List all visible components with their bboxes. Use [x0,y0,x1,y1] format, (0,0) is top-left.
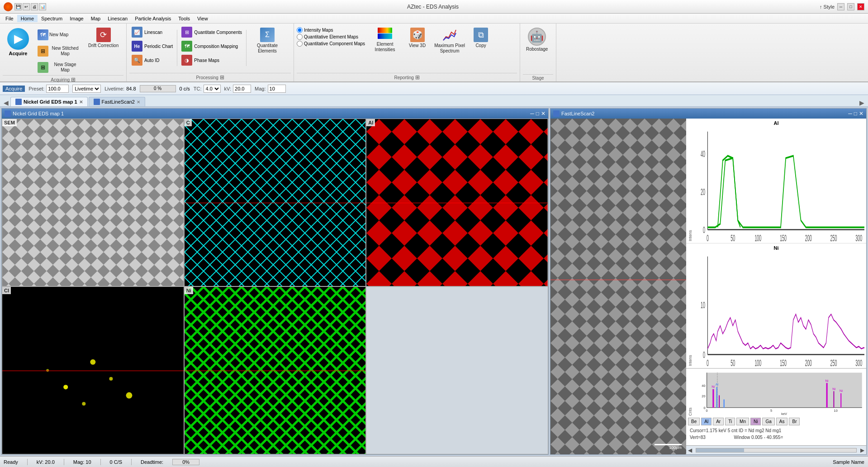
chart-btn[interactable]: 📊 [39,3,46,10]
tab-fastlinescan[interactable]: FastLineScan2 ✕ [89,97,145,106]
tab-icon-1 [15,99,22,105]
elem-ti[interactable]: Ti [725,418,735,425]
scroll-left[interactable]: ◀ [686,447,694,453]
tab-2-close[interactable]: ✕ [137,100,140,105]
tc-select[interactable]: 4.0 [204,85,221,93]
acquiring-expand[interactable]: ⊞ [71,76,76,83]
auto-id-btn[interactable]: 🔍 Auto ID [129,53,175,67]
mag-input[interactable] [268,85,286,93]
view-3d-btn[interactable]: 🎲 View 3D [405,25,430,51]
menu-image[interactable]: Image [66,15,87,22]
linescan-btn[interactable]: 📈 Linescan [129,25,175,39]
sem-svg [2,119,184,286]
auto-id-label: Auto ID [144,58,159,63]
tab-1-close[interactable]: ✕ [79,100,83,105]
new-map-label: New Map [49,32,68,38]
al-y-label: Intens [688,126,693,241]
spectrum-section: Cnts 0 20 40 0 [686,368,866,445]
menu-spectrum[interactable]: Spectrum [38,15,66,22]
phase-maps-btn[interactable]: ◑ Phase Maps [179,53,244,67]
elem-al[interactable]: Al [701,418,711,425]
elem-as[interactable]: As [776,418,788,425]
spectrum-svg: 0 20 40 0 5 10 keV [693,371,864,416]
menu-home[interactable]: Home [17,15,38,22]
svg-text:40: 40 [702,385,705,387]
max-pixel-btn[interactable]: Maximum Pixel Spectrum [431,25,469,56]
element-intensities-btn[interactable]: Element Intensities [366,25,404,55]
kv-label: kV: [224,86,232,91]
close-btn[interactable]: ✕ [857,3,864,10]
livetime-select[interactable]: Livetime [72,85,101,93]
scroll-track[interactable] [696,448,857,453]
elem-mn[interactable]: Mn [736,418,749,425]
quant-elements-btn[interactable]: Σ Quantitate Elements [248,25,286,56]
svg-text:Ni: Ni [825,379,828,382]
menu-particle[interactable]: Particle Analysis [131,15,175,22]
copy-btn[interactable]: ⧉ Copy [470,25,492,51]
undo-btn[interactable]: ↩ [23,3,30,10]
intensity-maps-radio[interactable]: Intensity Maps [297,27,365,33]
elem-ni[interactable]: Ni [750,418,761,425]
panel1-restore[interactable]: □ [536,110,539,117]
scroll-right[interactable]: ▶ [859,447,866,453]
style-btn[interactable]: ↑ Style [820,4,835,10]
new-stage-btn[interactable]: ⊞ New Stage Map [34,60,84,75]
svg-text:0: 0 [707,358,709,366]
menu-map[interactable]: Map [87,15,104,22]
status-bar: Ready kV: 20.0 Mag: 10 0 C/S Deadtime: 0… [0,456,868,467]
status-deadtime-label: Deadtime: [141,459,163,465]
elem-be[interactable]: Be [688,418,700,425]
menu-tools[interactable]: Tools [175,15,194,22]
maximize-btn[interactable]: □ [847,3,854,10]
ribbon: ▶ Acquire 🗺 New Map ⊞ New Stitched Map ⊞… [0,24,868,82]
drift-correction-btn[interactable]: ⟳ Drift Correction [85,25,122,75]
elem-ga[interactable]: Ga [762,418,774,425]
save-btn[interactable]: 💾 [14,3,22,10]
comp-mapping-btn[interactable]: 🗺 Composition Mapping [179,39,244,53]
tab-nav-left[interactable]: ◀ [2,99,10,106]
panel2-close[interactable]: ✕ [859,110,863,117]
map-cell-empty [366,286,548,454]
quant-components-btn[interactable]: ⊞ Quantitate Components [179,25,244,39]
elem-br[interactable]: Br [789,418,800,425]
tab-nav-right[interactable]: ▶ [858,99,866,106]
periodic-icon: He [132,41,142,52]
comp-map-icon: 🗺 [181,41,192,52]
quant-comp-radio[interactable]: Quantitative Component Maps [297,41,365,47]
robostage-btn[interactable]: 🤖 Robostage [523,25,551,54]
periodic-btn[interactable]: He Periodic Chart [129,39,175,53]
new-stitched-btn[interactable]: ⊞ New Stitched Map [34,43,84,59]
map-cell-sem: SEM [2,119,184,286]
panel1-title-area: Nickel Grid EDS map 1 [5,110,64,117]
quant-elem-label: Quantitate Elements [251,43,283,54]
elem-ar[interactable]: Ar [713,418,724,425]
print-btn[interactable]: 🖨 [31,3,38,10]
panel2-minimize[interactable]: ─ [848,110,852,117]
svg-text:150: 150 [780,233,787,241]
panel1-close[interactable]: ✕ [541,110,545,117]
acquire-toolbar-btn[interactable]: Acquire [3,86,25,92]
panel2-restore[interactable]: □ [854,110,857,117]
preset-input[interactable] [46,85,69,93]
panel1-minimize[interactable]: ─ [530,110,534,117]
scroll-thumb[interactable] [696,448,744,452]
svg-text:250: 250 [830,358,837,366]
map-cell-cl: Cl [2,286,184,454]
reporting-expand[interactable]: ⊞ [415,74,420,81]
tab-nickel-grid[interactable]: Nickel Grid EDS map 1 ✕ [10,97,88,106]
kv-input[interactable] [233,85,251,93]
status-sep-1 [27,459,28,465]
menu-file[interactable]: File [2,15,17,22]
processing-expand[interactable]: ⊞ [220,74,224,81]
acquire-icon: ▶ [7,28,29,50]
new-map-btn[interactable]: 🗺 New Map [34,27,84,43]
svg-text:Ni: Ni [840,390,843,392]
menu-linescan[interactable]: Linescan [104,15,131,22]
svg-point-12 [63,385,68,389]
acquire-button[interactable]: ▶ Acquire [3,25,33,75]
menu-view[interactable]: View [194,15,212,22]
sem-label: SEM [2,119,17,126]
quant-elem-radio[interactable]: Quantitative Element Maps [297,34,365,40]
robostage-label: Robostage [526,47,548,52]
minimize-btn[interactable]: ─ [837,3,844,10]
